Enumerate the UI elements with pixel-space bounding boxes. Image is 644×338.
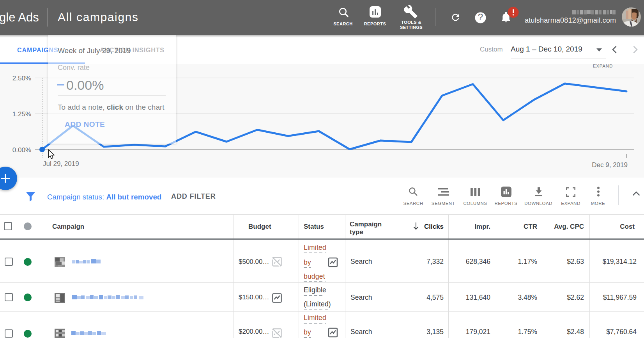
svg-text:?: ?	[478, 12, 483, 22]
